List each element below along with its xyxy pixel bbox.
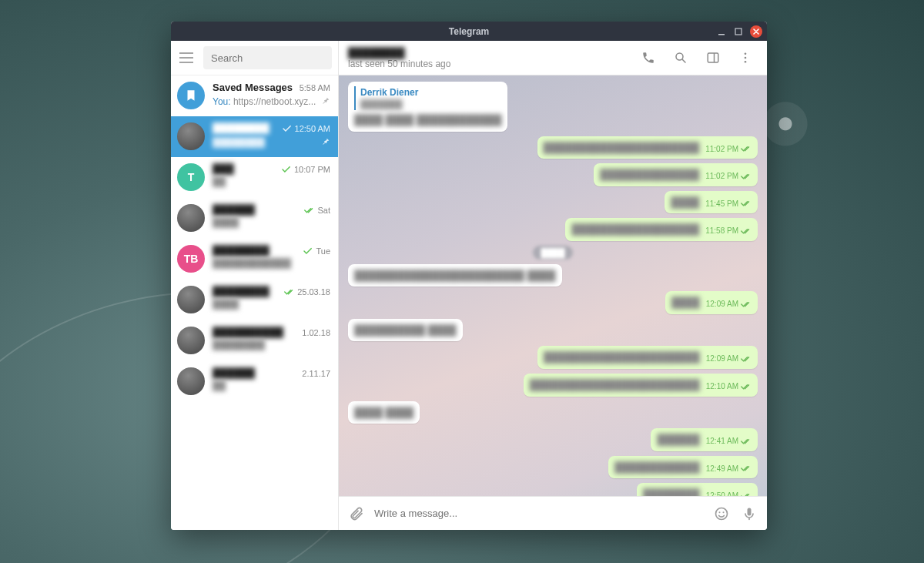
- reply-block: Derrik Diener███████: [354, 86, 501, 110]
- svg-point-5: [745, 57, 747, 59]
- message-body: ██████████ ████: [354, 324, 457, 336]
- chat-name: ████████: [213, 245, 270, 256]
- call-button[interactable]: [636, 45, 661, 70]
- search-input-wrapper[interactable]: [203, 46, 332, 69]
- outgoing-message[interactable]: ██████12:41 AM: [651, 428, 758, 451]
- avatar: [177, 122, 205, 150]
- message-timestamp: 11:02 PM: [705, 171, 752, 182]
- chat-time: 25.03.18: [284, 287, 330, 297]
- telegram-window: Telegram Saved Messages5:58 AMYou: https…: [171, 22, 767, 530]
- message-timestamp: 12:50 AM: [706, 491, 752, 496]
- messages-area[interactable]: Derrik Diener███████████ ████ ██████████…: [339, 75, 767, 496]
- message-body: ██████████████: [600, 168, 699, 182]
- chat-list-item[interactable]: T███10:07 PM██: [171, 157, 338, 198]
- svg-rect-3: [708, 53, 718, 62]
- message-timestamp: 12:09 AM: [706, 299, 752, 310]
- chat-time: 10:07 PM: [281, 165, 330, 174]
- message-timestamp: 11:58 PM: [705, 226, 752, 236]
- search-in-chat-button[interactable]: [668, 45, 693, 70]
- maximize-button[interactable]: [733, 26, 744, 37]
- incoming-message[interactable]: ████ ████: [348, 401, 420, 424]
- chat-name: ██████████: [213, 327, 283, 338]
- message-body: ██████████████████████: [544, 141, 700, 155]
- outgoing-message[interactable]: ██████████████11:02 PM: [594, 163, 758, 186]
- outgoing-message[interactable]: ████████████████████████12:10 AM: [524, 374, 758, 397]
- svg-rect-0: [718, 34, 725, 35]
- chat-list-item[interactable]: ██████Sat████: [171, 198, 338, 239]
- chat-name: ████████: [213, 286, 270, 297]
- incoming-message[interactable]: Derrik Diener███████████ ████ ██████████…: [348, 82, 507, 132]
- outgoing-message[interactable]: ████12:09 AM: [665, 291, 758, 314]
- message-body: ████: [671, 296, 700, 310]
- chat-header: ████████ last seen 50 minutes ago: [339, 41, 767, 75]
- outgoing-message[interactable]: ████████████12:49 AM: [608, 456, 758, 479]
- chat-name: ████████: [213, 122, 270, 134]
- chat-list-item[interactable]: TB████████Tue████████████: [171, 239, 338, 280]
- chat-preview: ██: [213, 176, 226, 187]
- chat-time: 2.11.17: [302, 369, 330, 378]
- outgoing-message[interactable]: ██████████████████11:58 PM: [565, 218, 758, 241]
- emoji-button[interactable]: [711, 504, 732, 524]
- chat-name: ███: [213, 163, 234, 175]
- message-body: ████: [671, 196, 699, 209]
- chat-time: Tue: [303, 246, 330, 256]
- message-input[interactable]: [374, 508, 704, 519]
- composer: [339, 496, 767, 530]
- message-body: ████████████████████████: [530, 378, 700, 392]
- incoming-message[interactable]: ██████████ ████: [348, 319, 463, 342]
- pin-icon: [320, 136, 330, 149]
- chat-preview: You: https://netboot.xyz...: [213, 96, 316, 107]
- message-body: ████████████████████████ ████: [354, 270, 556, 281]
- outgoing-message[interactable]: ██████████████████████12:09 AM: [537, 346, 758, 369]
- svg-point-6: [745, 61, 747, 63]
- more-menu-button[interactable]: [733, 45, 758, 70]
- avatar: [177, 367, 205, 395]
- pin-icon: [320, 95, 330, 109]
- chat-name: ██████: [213, 204, 255, 216]
- message-body: ██████: [657, 433, 699, 447]
- search-input[interactable]: [211, 52, 324, 64]
- side-panel-button[interactable]: [701, 45, 725, 70]
- incoming-message[interactable]: ████████████████████████ ████: [348, 264, 562, 287]
- minimize-button[interactable]: [716, 26, 727, 37]
- chat-title-area[interactable]: ████████ last seen 50 minutes ago: [348, 47, 628, 69]
- attach-button[interactable]: [346, 504, 367, 524]
- message-timestamp: 12:49 AM: [706, 464, 752, 474]
- message-body: ██████████████████████: [544, 350, 700, 364]
- svg-point-8: [719, 511, 721, 513]
- avatar: [177, 204, 205, 232]
- avatar: TB: [177, 245, 205, 273]
- svg-rect-1: [735, 28, 742, 35]
- avatar: T: [177, 163, 205, 191]
- window-controls: [716, 22, 762, 41]
- outgoing-message[interactable]: ████11:45 PM: [665, 191, 758, 214]
- chat-name: ██████: [213, 367, 255, 379]
- chat-list-item[interactable]: ██████████1.02.18████████: [171, 320, 338, 361]
- chat-list-item[interactable]: ████████25.03.18████: [171, 280, 338, 320]
- window-title: Telegram: [449, 26, 489, 37]
- message-timestamp: 12:10 AM: [706, 381, 752, 392]
- date-badge: ████: [533, 246, 572, 260]
- avatar: [177, 286, 205, 313]
- chat-list-item[interactable]: ██████2.11.17██: [171, 361, 338, 402]
- chat-list-item[interactable]: Saved Messages5:58 AMYou: https://netboo…: [171, 75, 338, 116]
- chat-preview: ████: [213, 217, 239, 228]
- chat-list-item[interactable]: ████████12:50 AM████████: [171, 116, 338, 157]
- outgoing-message[interactable]: ████████12:50 AM: [637, 483, 758, 496]
- chat-title: ████████: [348, 47, 628, 59]
- voice-button[interactable]: [739, 504, 759, 524]
- chat-preview: ████████: [213, 137, 265, 148]
- reply-name: Derrik Diener: [360, 86, 501, 99]
- window-titlebar[interactable]: Telegram: [171, 22, 767, 41]
- message-body: ████ ████ ████████████: [354, 114, 501, 126]
- close-button[interactable]: [750, 25, 762, 38]
- chat-name: Saved Messages: [213, 82, 293, 93]
- outgoing-message[interactable]: ██████████████████████11:02 PM: [537, 136, 758, 159]
- menu-button[interactable]: [176, 47, 197, 69]
- avatar: [177, 327, 205, 354]
- chat-preview: ████: [213, 299, 239, 310]
- chat-pane: ████████ last seen 50 minutes ago Derrik…: [339, 41, 767, 530]
- chat-list: Saved Messages5:58 AMYou: https://netboo…: [171, 75, 338, 530]
- chat-time: 12:50 AM: [282, 124, 330, 133]
- chat-status: last seen 50 minutes ago: [348, 59, 628, 69]
